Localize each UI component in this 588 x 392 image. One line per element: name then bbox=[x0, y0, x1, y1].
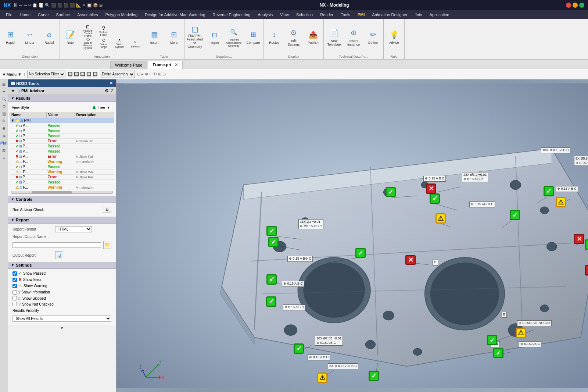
table-row[interactable]: ✖ ⊡ P... Error Multiple Fail bbox=[10, 175, 114, 180]
sidebar-icon-6[interactable]: ✎ bbox=[1, 118, 7, 124]
rapid-button[interactable]: ⊞ Rapid bbox=[1, 24, 20, 50]
datum-target-button[interactable]: ⊙ Datum Target bbox=[96, 37, 111, 49]
menu-join[interactable]: Join bbox=[411, 12, 426, 18]
visibility-select[interactable]: Show All Results Show Passed Show Errors… bbox=[12, 316, 111, 322]
sidebar-icon-7[interactable]: ⊕ bbox=[1, 125, 7, 132]
new-template-button[interactable]: 📄 New Template bbox=[325, 24, 344, 50]
selection-filter-select[interactable]: No Selection Filter bbox=[27, 71, 65, 78]
table-row[interactable]: ✔ ⊡ P... Passed bbox=[10, 123, 114, 128]
sidebar-icon-1[interactable]: ⊞ bbox=[1, 81, 7, 88]
menu-selection[interactable]: Selection bbox=[293, 12, 316, 18]
table-row[interactable]: ✔ ⊡ P... Passed bbox=[10, 180, 114, 185]
edit-settings-button[interactable]: ⚙ Edit Settings bbox=[284, 24, 303, 50]
menu-render[interactable]: Render bbox=[316, 12, 337, 18]
sidebar-icon-4[interactable]: ⚙ bbox=[1, 103, 7, 110]
settings-show-passed-checkbox[interactable] bbox=[12, 271, 17, 276]
menu-application[interactable]: Application bbox=[426, 12, 453, 18]
menu-tools[interactable]: Tools bbox=[337, 12, 354, 18]
tab-frame[interactable]: Frame.prt ✕ bbox=[148, 61, 183, 69]
table-row[interactable]: ✔ ⊡ P... Passed bbox=[10, 149, 114, 154]
panel-close-icon[interactable]: ✕ bbox=[110, 81, 113, 86]
table-row[interactable]: ✔ ⊡ P... Passed bbox=[10, 133, 114, 139]
run-advisor-button[interactable]: ⚙ bbox=[103, 207, 111, 213]
assembly-filter-select[interactable]: Entire Assembly bbox=[100, 71, 135, 78]
insert-instance-button[interactable]: ⊕ Insert Instance bbox=[344, 24, 363, 50]
menu-polygon[interactable]: Polygon Modeling bbox=[102, 12, 141, 18]
table-row[interactable]: ✔ ⊡ P... Passed bbox=[10, 144, 114, 149]
menu-animation[interactable]: Animation Designer bbox=[368, 12, 411, 18]
controls-section-header[interactable]: ▼ Controls bbox=[8, 196, 116, 203]
table-row[interactable]: ✔ ⊡ P... Passed bbox=[10, 164, 114, 170]
note-button[interactable]: 📝 Note bbox=[61, 24, 80, 50]
minimize-button[interactable] bbox=[573, 3, 578, 8]
table-row[interactable]: ⚠ ⊡ P... Warning A material m bbox=[10, 185, 114, 190]
section-view-button[interactable]: ⊟ Region bbox=[205, 24, 224, 50]
sidebar-icon-3[interactable]: 🔍 bbox=[1, 96, 7, 102]
surface-finish-button[interactable]: ∇ Surface Finish bbox=[96, 25, 111, 37]
table-row[interactable]: ✔ ⊡ P... Passed bbox=[10, 128, 114, 133]
close-button[interactable] bbox=[566, 3, 571, 8]
menu-design-additive[interactable]: Design for Additive Manufacturing bbox=[141, 12, 209, 18]
maximize-button[interactable] bbox=[579, 3, 584, 8]
menu-view[interactable]: View bbox=[276, 12, 293, 18]
pmi-advisor-help-icon[interactable]: ? bbox=[110, 88, 113, 93]
menu-dropdown[interactable]: ≡ Menu ▼ bbox=[3, 72, 22, 76]
compare-button[interactable]: ⊞ Compare bbox=[244, 24, 263, 50]
settings-show-information-checkbox[interactable] bbox=[12, 290, 17, 295]
report-format-select[interactable]: HTML bbox=[55, 226, 92, 232]
settings-show-not-checked-checkbox[interactable] bbox=[12, 302, 17, 306]
viewport[interactable]: Assembly bbox=[116, 79, 588, 392]
settings-section-header[interactable]: ▼ Settings bbox=[8, 262, 116, 269]
table-row[interactable]: ⚠ ⊡ P... Warning A material m bbox=[10, 159, 114, 164]
sidebar-icon-5[interactable]: ▦ bbox=[1, 110, 7, 117]
results-hscroll[interactable] bbox=[11, 191, 113, 194]
publish-button[interactable]: 📤 Publish bbox=[304, 24, 323, 50]
sidebar-icon-2[interactable]: ✦ bbox=[1, 88, 7, 95]
menu-reverse[interactable]: Reverse Engineering bbox=[209, 12, 254, 18]
menu-pmi[interactable]: PMI bbox=[354, 12, 369, 18]
settings-show-error-checkbox[interactable] bbox=[12, 278, 17, 282]
fcf-button[interactable]: ⊡ Feature Control Frame bbox=[80, 25, 96, 37]
report-section-header[interactable]: ▼ Report bbox=[8, 217, 116, 224]
table-row[interactable]: ✖ ⊡ P... Error A datum lab bbox=[10, 139, 114, 144]
balloon-button[interactable]: ○ Balloon bbox=[128, 37, 143, 49]
insert-button[interactable]: ▦ Insert bbox=[145, 24, 164, 50]
weld-button[interactable]: ∧ Weld Symbol bbox=[112, 37, 127, 49]
sidebar-icon-10[interactable]: ≡ bbox=[1, 154, 7, 161]
more-button[interactable]: ⊞ More bbox=[164, 24, 183, 50]
pmi-advisor-expand[interactable]: ▼ bbox=[11, 89, 15, 93]
menu-home[interactable]: Home bbox=[16, 12, 34, 18]
results-scroll-area[interactable]: Name Value Description ▼ 📁 ⊡ PMI bbox=[10, 112, 114, 190]
menu-file[interactable]: File bbox=[2, 12, 16, 18]
sidebar-icon-pmi[interactable]: PMI bbox=[1, 140, 7, 146]
settings-show-warning-checkbox[interactable] bbox=[12, 284, 17, 288]
results-section-header[interactable]: ▼ Results bbox=[8, 95, 116, 102]
table-row[interactable]: ⚠ ⊡ P... Warning Multiple Wa bbox=[10, 170, 114, 175]
table-row[interactable]: ▼ 📁 ⊡ PMI bbox=[10, 118, 114, 123]
define-button[interactable]: ✏ Define bbox=[363, 24, 383, 50]
tab-welcome[interactable]: Welcome Page bbox=[110, 61, 147, 69]
tab-close-icon[interactable]: ✕ bbox=[175, 63, 178, 67]
datum-feature-button[interactable]: ◇ Datum Feature Symbol bbox=[80, 37, 96, 49]
window-buttons[interactable] bbox=[566, 3, 584, 8]
panel-expand-icon[interactable]: ▣ bbox=[11, 81, 15, 86]
region-button[interactable]: ◫ Find PMI Associated to Geometry bbox=[185, 24, 204, 50]
linear-button[interactable]: ↔ Linear bbox=[20, 24, 39, 50]
report-name-input[interactable] bbox=[12, 242, 101, 248]
table-row[interactable]: ✖ ⊡ P... Error Multiple Fail bbox=[10, 154, 114, 159]
advise-button[interactable]: 💡 Advise bbox=[384, 24, 404, 50]
sidebar-icon-9[interactable]: ⊠ bbox=[1, 147, 7, 154]
resize-button[interactable]: ↕ Resize bbox=[265, 24, 284, 50]
view-style-select[interactable]: 🌲 Tree ▼ bbox=[90, 105, 112, 110]
menu-analysis[interactable]: Analysis bbox=[254, 12, 276, 18]
output-report-button[interactable]: 📊 bbox=[55, 251, 63, 259]
report-browse-button[interactable]: 📁 bbox=[103, 241, 111, 249]
menu-curve[interactable]: Curve bbox=[34, 12, 52, 18]
sidebar-icon-8[interactable]: ◈ bbox=[1, 132, 7, 139]
pmi-advisor-settings-icon[interactable]: ⚙ bbox=[105, 88, 109, 93]
menu-assemblies[interactable]: Assemblies bbox=[74, 12, 101, 18]
panel-scroll-down[interactable]: ▼ bbox=[60, 326, 64, 330]
radial-button[interactable]: ⌀ Radial bbox=[40, 24, 59, 50]
settings-show-skipped-checkbox[interactable] bbox=[12, 296, 17, 300]
menu-surface[interactable]: Surface bbox=[52, 12, 74, 18]
